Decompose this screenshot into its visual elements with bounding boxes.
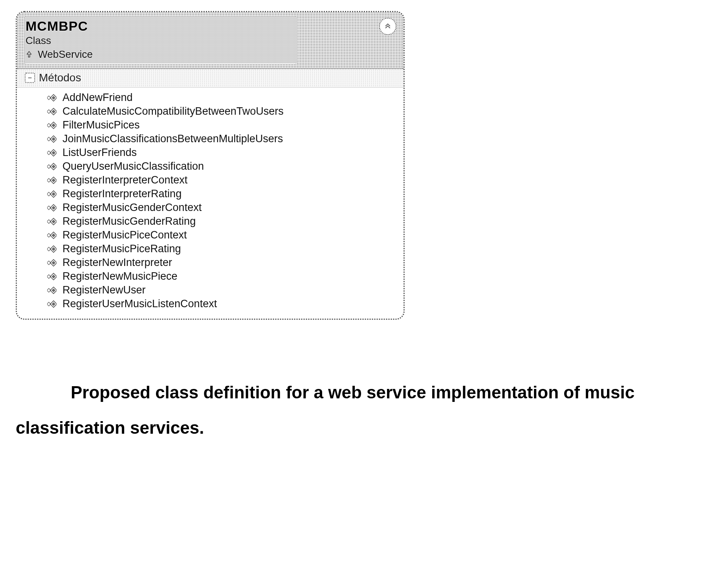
svg-rect-41 — [51, 275, 55, 279]
collapse-class-button[interactable] — [379, 18, 396, 35]
caption-line-2: classification services. — [16, 418, 204, 437]
svg-rect-5 — [51, 110, 55, 114]
svg-rect-14 — [51, 151, 55, 155]
method-icon — [47, 231, 57, 240]
method-row[interactable]: RegisterInterpreterContext — [25, 173, 396, 187]
method-icon — [47, 300, 57, 308]
figure-caption: Proposed class definition for a web serv… — [16, 375, 712, 446]
method-icon — [47, 107, 57, 116]
method-icon — [47, 135, 57, 143]
method-icon — [47, 204, 57, 212]
method-name: AddNewFriend — [62, 92, 133, 104]
method-name: RegisterMusicPiceRating — [62, 243, 181, 255]
method-name: ListUserFriends — [62, 147, 137, 159]
svg-rect-2 — [51, 96, 55, 100]
method-icon — [47, 245, 57, 253]
method-icon — [47, 148, 57, 157]
method-row[interactable]: RegisterMusicPiceContext — [25, 228, 396, 242]
class-type-label: Class — [26, 35, 293, 47]
method-icon — [47, 190, 57, 198]
method-row[interactable]: JoinMusicClassificationsBetweenMultipleU… — [25, 132, 396, 146]
svg-rect-47 — [51, 302, 55, 306]
method-row[interactable]: RegisterNewUser — [25, 283, 396, 297]
method-row[interactable]: RegisterMusicGenderRating — [25, 214, 396, 228]
method-name: RegisterUserMusicListenContext — [62, 298, 217, 310]
minus-icon: − — [28, 74, 32, 81]
method-row[interactable]: RegisterMusicPiceRating — [25, 242, 396, 256]
method-icon — [47, 176, 57, 185]
method-name: RegisterMusicGenderContext — [62, 202, 202, 214]
svg-rect-8 — [51, 123, 55, 127]
method-icon — [47, 94, 57, 102]
method-row[interactable]: QueryUserMusicClassification — [25, 160, 396, 173]
method-name: CalculateMusicCompatibilityBetweenTwoUse… — [62, 105, 284, 117]
method-row[interactable]: CalculateMusicCompatibilityBetweenTwoUse… — [25, 104, 396, 118]
method-name: QueryUserMusicClassification — [62, 160, 204, 172]
methods-list: AddNewFriendCalculateMusicCompatibilityB… — [17, 88, 403, 319]
class-base-name: WebService — [38, 48, 93, 60]
svg-rect-20 — [51, 178, 55, 182]
method-name: RegisterInterpreterRating — [62, 188, 182, 200]
method-icon — [47, 272, 57, 281]
method-name: RegisterMusicGenderRating — [62, 215, 196, 227]
method-name: FilterMusicPices — [62, 119, 140, 131]
svg-rect-11 — [51, 137, 55, 141]
method-row[interactable]: RegisterInterpreterRating — [25, 187, 396, 201]
svg-rect-32 — [51, 233, 55, 237]
class-base-row: WebService — [26, 48, 293, 60]
method-icon — [47, 162, 57, 171]
method-icon — [47, 121, 57, 130]
svg-rect-44 — [51, 288, 55, 292]
method-row[interactable]: RegisterMusicGenderContext — [25, 201, 396, 214]
method-name: RegisterInterpreterContext — [62, 174, 187, 186]
method-name: RegisterNewMusicPiece — [62, 270, 178, 282]
method-name: JoinMusicClassificationsBetweenMultipleU… — [62, 133, 283, 145]
class-name: MCMBPC — [26, 18, 293, 34]
class-title-block: MCMBPC Class WebService — [24, 16, 297, 64]
class-header: MCMBPC Class WebService — [17, 12, 403, 69]
method-row[interactable]: FilterMusicPices — [25, 118, 396, 132]
collapse-section-button[interactable]: − — [25, 73, 35, 83]
svg-rect-23 — [51, 192, 55, 196]
method-name: RegisterMusicPiceContext — [62, 229, 187, 241]
chevrons-up-icon — [384, 22, 392, 31]
svg-rect-26 — [51, 206, 55, 210]
inherits-arrow-icon — [26, 48, 33, 60]
method-icon — [47, 217, 57, 226]
class-diagram-box: MCMBPC Class WebService − Métodos — [16, 11, 405, 320]
method-row[interactable]: ListUserFriends — [25, 146, 396, 160]
method-row[interactable]: RegisterNewInterpreter — [25, 256, 396, 270]
method-row[interactable]: RegisterNewMusicPiece — [25, 270, 396, 283]
svg-rect-17 — [51, 165, 55, 169]
method-name: RegisterNewUser — [62, 284, 146, 296]
svg-rect-29 — [51, 220, 55, 224]
method-row[interactable]: AddNewFriend — [25, 91, 396, 104]
methods-section-header[interactable]: − Métodos — [17, 69, 403, 88]
svg-rect-35 — [51, 247, 55, 251]
page-root: MCMBPC Class WebService − Métodos — [0, 0, 728, 561]
svg-rect-38 — [51, 261, 55, 265]
method-row[interactable]: RegisterUserMusicListenContext — [25, 297, 396, 311]
method-icon — [47, 286, 57, 295]
method-icon — [47, 258, 57, 267]
method-name: RegisterNewInterpreter — [62, 257, 172, 269]
methods-section-label: Métodos — [39, 72, 81, 84]
caption-line-1: Proposed class definition for a web serv… — [71, 383, 634, 402]
